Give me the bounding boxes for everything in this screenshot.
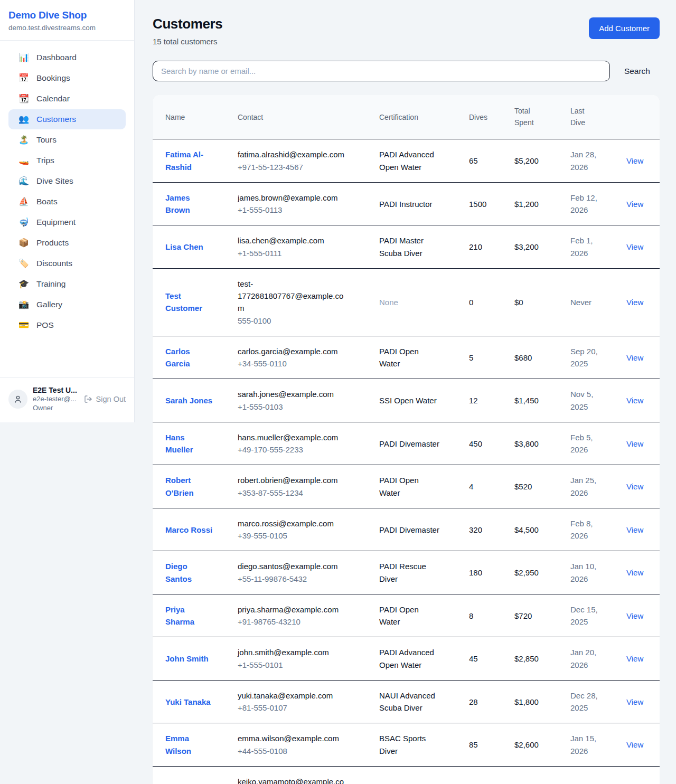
certification-text: SSI Open Water <box>379 394 437 407</box>
view-link[interactable]: View <box>626 568 643 577</box>
sidebar-item-discounts[interactable]: 🏷️ Discounts <box>8 253 126 273</box>
customer-phone: +34-555-0110 <box>238 357 350 370</box>
customer-name-link[interactable]: Robert O'Brien <box>165 474 213 499</box>
view-link[interactable]: View <box>626 353 643 362</box>
sign-out-icon <box>84 395 92 403</box>
speedboat-icon: 🚤 <box>18 156 30 165</box>
column-header-actions <box>618 95 660 139</box>
certification-text: PADI Divemaster <box>379 438 439 450</box>
view-link[interactable]: View <box>626 482 643 491</box>
last-dive-date: Jan 28, 2026 <box>570 148 603 173</box>
view-link[interactable]: View <box>626 740 643 749</box>
sidebar-item-gallery[interactable]: 📸 Gallery <box>8 295 126 315</box>
customer-email: robert.obrien@example.com <box>238 474 350 486</box>
title-block: Customers 15 total customers <box>153 16 222 46</box>
graduation-cap-icon: 🎓 <box>18 280 30 288</box>
customer-name-link[interactable]: Yuki Tanaka <box>165 696 211 708</box>
customer-email: keiko.yamamoto@example.com <box>238 776 350 784</box>
certification-text: PADI Open Water <box>379 345 440 370</box>
customer-name-link[interactable]: Fatima Al-Rashid <box>165 148 213 173</box>
search-button[interactable]: Search <box>610 67 660 76</box>
customer-name-link[interactable]: Hans Mueller <box>165 431 213 456</box>
sidebar-item-equipment[interactable]: 🤿 Equipment <box>8 212 126 232</box>
view-link[interactable]: View <box>626 242 643 251</box>
sidebar-item-training[interactable]: 🎓 Training <box>8 274 126 294</box>
customer-name-link[interactable]: Priya Sharma <box>165 603 213 628</box>
view-link[interactable]: View <box>626 525 643 534</box>
column-header-name: Name <box>153 95 229 139</box>
customer-name-link[interactable]: Marco Rossi <box>165 524 212 536</box>
customer-phone: +55-11-99876-5432 <box>238 573 350 585</box>
last-dive-date: Jan 20, 2026 <box>570 646 603 671</box>
page-header: Customers 15 total customers Add Custome… <box>153 16 660 46</box>
add-customer-button[interactable]: Add Customer <box>589 17 660 39</box>
sidebar-item-pos[interactable]: 💳 POS <box>8 315 126 335</box>
sidebar-item-calendar[interactable]: 📆 Calendar <box>8 89 126 109</box>
certification-text: PADI Divemaster <box>379 524 439 536</box>
sidebar-item-products[interactable]: 📦 Products <box>8 233 126 253</box>
sidebar-item-tours[interactable]: 🏝️ Tours <box>8 130 126 150</box>
customer-email: james.brown@example.com <box>238 192 350 204</box>
customer-name-link[interactable]: Lisa Chen <box>165 241 203 253</box>
customer-phone: +49-170-555-2233 <box>238 443 350 456</box>
total-spent: $2,600 <box>506 723 562 767</box>
table-row: James Brown james.brown@example.com +1-5… <box>153 182 660 225</box>
customer-phone: +353-87-555-1234 <box>238 487 350 499</box>
sidebar-item-dive-sites[interactable]: 🌊 Dive Sites <box>8 171 126 191</box>
dives-count: 5 <box>461 336 506 379</box>
sign-out-button[interactable]: Sign Out <box>84 395 126 403</box>
last-dive-date: Jan 10, 2026 <box>570 560 603 585</box>
total-spent: $680 <box>506 336 562 379</box>
last-dive-date: Jan 15, 2026 <box>570 732 603 757</box>
customer-name-link[interactable]: James Brown <box>165 192 213 216</box>
last-dive-date: Never <box>570 296 592 308</box>
customer-name-link[interactable]: Emma Wilson <box>165 732 213 757</box>
customer-name-link[interactable]: Carlos Garcia <box>165 345 213 370</box>
sidebar-item-label: Customers <box>36 115 76 124</box>
calendar-icon: 📅 <box>18 74 30 82</box>
customer-email: emma.wilson@example.com <box>238 732 350 744</box>
sidebar-item-bookings[interactable]: 📅 Bookings <box>8 68 126 88</box>
sidebar-item-customers[interactable]: 👥 Customers <box>8 109 126 129</box>
view-link[interactable]: View <box>626 439 643 448</box>
customer-email: yuki.tanaka@example.com <box>238 689 350 702</box>
view-link[interactable]: View <box>626 396 643 405</box>
customer-name-link[interactable]: Test Customer <box>165 290 213 315</box>
view-link[interactable]: View <box>626 156 643 165</box>
customer-email: hans.mueller@example.com <box>238 431 350 443</box>
search-input[interactable] <box>153 61 610 81</box>
customer-email: sarah.jones@example.com <box>238 388 350 400</box>
view-link[interactable]: View <box>626 298 643 307</box>
sidebar-item-trips[interactable]: 🚤 Trips <box>8 150 126 171</box>
total-spent: $1,200 <box>506 182 562 225</box>
last-dive-date: Nov 5, 2025 <box>570 388 603 413</box>
dives-count: 95 <box>461 766 506 784</box>
sidebar-item-label: Training <box>36 279 65 289</box>
table-row: John Smith john.smith@example.com +1-555… <box>153 637 660 681</box>
sidebar-item-dashboard[interactable]: 📊 Dashboard <box>8 48 126 68</box>
dives-count: 28 <box>461 680 506 723</box>
customer-name-link[interactable]: John Smith <box>165 653 209 665</box>
dives-count: 8 <box>461 594 506 637</box>
customers-table: Name Contact Certification Dives Total S… <box>153 95 660 784</box>
customer-name-link[interactable]: Keiko Yamamoto <box>165 782 213 784</box>
table-row: Keiko Yamamoto keiko.yamamoto@example.co… <box>153 766 660 784</box>
customer-phone: 555-0100 <box>238 315 350 327</box>
person-icon <box>13 394 23 404</box>
sidebar-item-label: Equipment <box>36 218 76 227</box>
sidebar-item-boats[interactable]: ⛵ Boats <box>8 192 126 212</box>
table-row: Test Customer test-1772681807767@example… <box>153 268 660 336</box>
table-header-row: Name Contact Certification Dives Total S… <box>153 95 660 139</box>
customer-name-link[interactable]: Sarah Jones <box>165 394 212 407</box>
total-spent: $3,200 <box>506 225 562 269</box>
bar-chart-icon: 📊 <box>18 53 30 62</box>
table-row: Lisa Chen lisa.chen@example.com +1-555-0… <box>153 225 660 269</box>
view-link[interactable]: View <box>626 611 643 620</box>
certification-text: NAUI Advanced Scuba Diver <box>379 689 440 714</box>
customer-name-link[interactable]: Diego Santos <box>165 560 213 585</box>
customer-phone: +1-555-0111 <box>238 247 350 259</box>
view-link[interactable]: View <box>626 200 643 209</box>
view-link[interactable]: View <box>626 654 643 663</box>
dives-count: 320 <box>461 508 506 551</box>
view-link[interactable]: View <box>626 697 643 706</box>
